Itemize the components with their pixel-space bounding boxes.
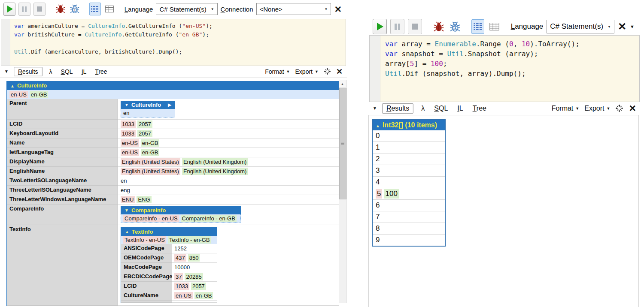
code-token: .Range ( — [476, 40, 509, 48]
row-value: 1252 — [172, 244, 217, 253]
expand-link-icon[interactable]: ▶ — [168, 102, 171, 107]
pause-button[interactable] — [18, 3, 30, 16]
list-item: 7 — [373, 211, 445, 223]
tab-lambda[interactable]: λ — [419, 104, 426, 113]
language-select[interactable]: C# Statement(s) ▼ — [547, 20, 614, 33]
left-query-panel: 1 — [0, 0, 347, 307]
tab-sql[interactable]: SQL — [432, 104, 450, 113]
collapse-toggle-icon: ▼ — [125, 208, 129, 213]
stop-button[interactable] — [408, 19, 422, 34]
datagrid-results-button[interactable] — [488, 19, 501, 34]
results-scrollbar[interactable]: ▲ — [339, 80, 347, 303]
row-label: LCID — [7, 120, 118, 129]
left-results-tabbar: ▼ ResultsλSQLILTree Format ▼ Export ▼ — [0, 66, 347, 77]
datagrid-results-button[interactable] — [104, 3, 115, 15]
results-menu-caret[interactable]: ▼ — [4, 69, 9, 74]
language-select[interactable]: C# Statement(s) ▼ — [156, 3, 217, 15]
code-token: var — [14, 31, 24, 38]
code-token: var — [385, 40, 398, 48]
chevron-down-icon: ▼ — [606, 106, 610, 111]
export-menu[interactable]: Export ▼ — [295, 68, 319, 75]
row-label: ANSICodePage — [121, 244, 172, 253]
diff-add-value: en-GB — [30, 91, 49, 98]
left-code-editor[interactable]: var americanCulture = CultureInfo.GetCul… — [1, 19, 346, 66]
scroll-up-button[interactable]: ▲ — [339, 80, 346, 87]
close-query-button[interactable]: ✕ — [334, 5, 342, 14]
tab-lambda[interactable]: λ — [48, 67, 54, 76]
row-label: TextInfo — [7, 225, 118, 306]
nested-summary-row[interactable]: en — [121, 109, 175, 117]
undock-results-button[interactable] — [324, 68, 331, 75]
stop-button[interactable] — [33, 3, 46, 16]
blue-bug-icon: 1 — [70, 4, 80, 14]
richtext-results-button[interactable] — [89, 3, 100, 15]
list-item: 5100 — [373, 188, 445, 200]
run-button[interactable] — [373, 19, 387, 34]
tab-sql[interactable]: SQL — [59, 67, 75, 76]
nested-table-header[interactable]: ▼CompareInfo — [121, 206, 241, 214]
editor-gutter — [370, 36, 380, 102]
scrollbar-thumb[interactable] — [339, 88, 346, 199]
row-value: en-USen-GB — [172, 291, 217, 301]
diff-add-value: English (United Kingdom) — [182, 168, 248, 175]
table-header[interactable]: ▲Int32[] (10 items) — [373, 120, 445, 130]
row-label: OEMCodePage — [121, 253, 172, 263]
export-menu[interactable]: Export ▼ — [584, 105, 610, 112]
nested-table-row: LCID10332057 — [121, 282, 217, 291]
svg-text:1: 1 — [73, 8, 76, 12]
stop-icon — [412, 24, 418, 30]
code-area[interactable]: var americanCulture = CultureInfo.GetCul… — [14, 19, 346, 66]
row-label: ThreeLetterISOLanguageName — [7, 186, 118, 195]
nested-summary-row[interactable]: CompareInfo - en-USCompareInfo - en-GB — [121, 214, 241, 223]
nested-table-header[interactable]: ▼CultureInfo▶ — [121, 101, 175, 109]
debug-break-button[interactable]: 1 — [449, 21, 462, 33]
run-button[interactable] — [3, 3, 15, 16]
diff-rem-value: 1033 — [121, 130, 136, 137]
connection-select[interactable]: <None> ▼ — [256, 3, 331, 15]
list-item: 3 — [373, 165, 445, 177]
nested-table-header[interactable]: ▲TextInfo — [121, 228, 217, 236]
right-code-editor[interactable]: var array = Enumerable.Range (0, 10).ToA… — [369, 35, 640, 102]
tab-tree[interactable]: Tree — [471, 104, 488, 113]
row-value: en-USen-GB — [118, 138, 339, 148]
toolbar-overflow-caret[interactable]: ▼ — [630, 24, 635, 29]
table-header[interactable]: ▲CultureInfo — [7, 81, 339, 90]
code-token: americanCulture = — [24, 23, 88, 29]
row-label: KeyboardLayoutId — [7, 129, 118, 138]
diff-plain-value: 4 — [376, 178, 381, 187]
tab-results[interactable]: Results — [382, 103, 413, 114]
undock-results-button[interactable] — [615, 104, 623, 112]
debug-break-button[interactable]: 1 — [69, 4, 80, 14]
close-query-button[interactable]: ✕ — [618, 21, 626, 32]
tab-tree[interactable]: Tree — [93, 67, 109, 76]
language-label: Language — [125, 6, 153, 13]
row-label: Parent — [7, 99, 118, 120]
results-menu-caret[interactable]: ▼ — [373, 106, 377, 111]
code-line: var britishCulture = CultureInfo.GetCult… — [14, 30, 346, 39]
debug-bug-button[interactable] — [55, 4, 66, 14]
code-token: 5 — [410, 60, 414, 68]
diff-rem-value: 437 — [174, 254, 186, 262]
connection-label: Connection — [221, 6, 253, 13]
tab-il[interactable]: IL — [80, 67, 88, 76]
close-results-button[interactable]: ✕ — [336, 68, 343, 75]
row-label: CompareInfo — [7, 205, 118, 225]
code-token: britishCulture = — [24, 31, 85, 38]
diff-add-value: en-GB — [194, 292, 213, 299]
debug-bug-button[interactable] — [432, 21, 445, 33]
nested-object-link[interactable]: ▼CompareInfoCompareInfo - en-USCompareIn… — [121, 206, 241, 223]
nested-object-link[interactable]: ▼CultureInfo▶en — [121, 101, 175, 117]
tab-results[interactable]: Results — [14, 67, 43, 76]
richtext-results-button[interactable] — [471, 19, 484, 34]
row-value — [172, 301, 217, 303]
pause-icon — [22, 6, 27, 12]
tab-il[interactable]: IL — [456, 104, 465, 113]
code-area[interactable]: var array = Enumerable.Range (0, 10).ToA… — [385, 36, 639, 102]
format-menu[interactable]: Format ▼ — [265, 68, 290, 75]
close-results-button[interactable]: ✕ — [629, 104, 636, 113]
code-token: .Snapshot (array); — [464, 50, 538, 58]
row-value: 10000 — [172, 263, 217, 272]
format-menu[interactable]: Format ▼ — [552, 105, 580, 112]
diff-rem-value: ENU — [121, 196, 135, 203]
pause-button[interactable] — [390, 19, 404, 34]
